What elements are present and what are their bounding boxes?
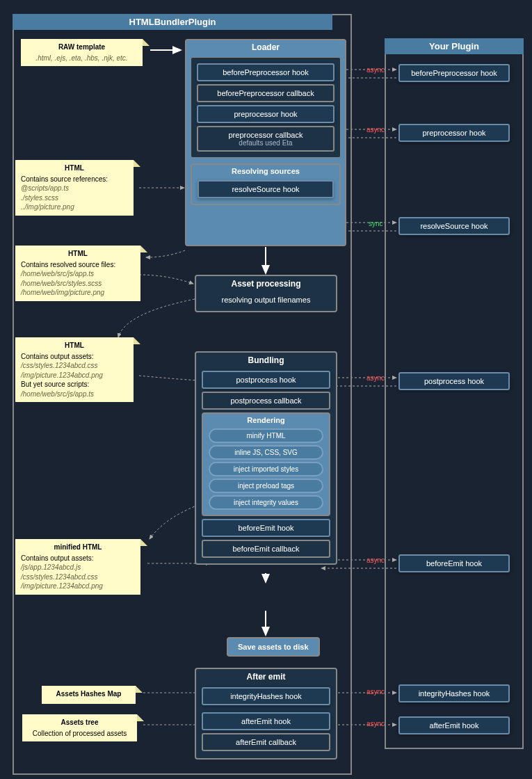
note-assets-tree: Assets tree Collection of processed asse… (22, 714, 137, 741)
before-preprocessor-hook: beforePreprocessor hook (197, 63, 334, 81)
note-line: Contains resolved source files: (21, 260, 135, 270)
note-hashes-map: Assets Hashes Map (42, 686, 136, 704)
beforeemit-callback: beforeEmit callback (202, 540, 330, 558)
resolve-source-hook: resolveSource hook (198, 180, 334, 198)
plugin-postprocess-hook: postprocess hook (398, 372, 510, 390)
plugin-resolve-source-hook: resolveSource hook (398, 217, 510, 235)
note-line: But yet source scripts: (21, 380, 128, 390)
beforeemit-hook: beforeEmit hook (202, 519, 330, 537)
note-raw-template: RAW template .html, .ejs, .eta, .hbs, .n… (21, 39, 143, 66)
loader-panel: Loader beforePreprocessor hook beforePre… (185, 39, 346, 246)
asset-line: resolving output filenames (202, 294, 330, 308)
your-plugin-container: Your Plugin (385, 38, 524, 749)
loader-title: Loader (186, 40, 345, 54)
note-line: /home/web/src/js/app.ts (21, 390, 128, 399)
before-preprocessor-callback: beforePreprocessor callback (197, 84, 334, 102)
plugin-before-preprocessor-hook: beforePreprocessor hook (398, 64, 510, 82)
pill-minify: minify HTML (209, 428, 323, 443)
asset-processing-panel: Asset processing resolving output filena… (195, 275, 337, 312)
async-label: async (366, 66, 385, 74)
plugin-title: Your Plugin (385, 38, 524, 54)
pill-inject-styles: inject imported styles (209, 462, 323, 476)
async-label: async (366, 374, 385, 382)
note-line: Collection of processed assets (28, 729, 131, 739)
note-line: @scripts/app.ts (21, 184, 128, 193)
note-line: /home/web/src/js/app.ts (21, 269, 135, 279)
async-label: async (366, 126, 385, 134)
rendering-panel: Rendering minify HTML inline JS, CSS, SV… (202, 412, 330, 516)
note-line: ../img/picture.png (21, 202, 128, 212)
callback-sublabel: defaults used Eta (198, 139, 333, 147)
resolving-title: Resolving sources (192, 165, 339, 177)
plugin-afteremit-hook: afterEmit hook (398, 716, 510, 734)
note-line: Contains output assets: (21, 554, 135, 563)
postprocess-hook: postprocess hook (202, 371, 330, 389)
note-html-output: HTML Contains output assets: /css/styles… (15, 337, 134, 402)
note-line: /js/app.1234abcd.js (21, 563, 135, 572)
note-html-resolved: HTML Contains resolved source files: /ho… (15, 246, 140, 301)
note-line: /css/styles.1234abcd.css (21, 361, 128, 371)
afteremit-hook: afterEmit hook (202, 712, 330, 730)
rendering-title: Rendering (203, 414, 329, 426)
note-title: Assets tree (28, 718, 131, 728)
bundling-title: Bundling (196, 353, 336, 368)
note-line: /img/picture.1234abcd.png (21, 371, 128, 380)
pill-inject-preload: inject preload tags (209, 479, 323, 493)
postprocess-callback: postprocess callback (202, 392, 330, 410)
callback-label: preprocessor callback (198, 131, 333, 139)
async-label: async (366, 556, 385, 564)
note-html-src-refs: HTML Contains source references: @script… (15, 160, 134, 216)
after-emit-title: After emit (196, 669, 336, 684)
note-line: Contains output assets: (21, 352, 128, 362)
bundling-panel: Bundling postprocess hook postprocess ca… (195, 351, 337, 565)
note-title: minified HTML (21, 543, 135, 552)
async-label: async (366, 720, 385, 728)
note-line: /home/web/src/styles.scss (21, 279, 135, 289)
plugin-preprocessor-hook: preprocessor hook (398, 124, 510, 142)
main-title: HTMLBundlerPlugin (13, 14, 332, 30)
note-title: HTML (21, 249, 135, 259)
save-assets-button: Save assets to disk (227, 637, 320, 657)
sync-label: sync (369, 220, 383, 227)
note-title: RAW template (26, 42, 137, 52)
preprocessor-callback: preprocessor callback defaults used Eta (197, 126, 334, 152)
note-title: Assets Hashes Map (47, 689, 130, 699)
note-title: HTML (21, 163, 128, 173)
async-label: async (366, 688, 385, 696)
plugin-integrity-hook: integrityHashes hook (398, 684, 510, 702)
note-title: HTML (21, 341, 128, 351)
resolving-sources-panel: Resolving sources resolveSource hook (191, 163, 341, 205)
note-line: /img/picture.1234abcd.png (21, 581, 135, 591)
note-minified-html: minified HTML Contains output assets: /j… (15, 539, 140, 595)
asset-title: Asset processing (196, 276, 336, 291)
integrity-hashes-hook: integrityHashes hook (202, 687, 330, 705)
pill-inject-integrity: inject integrity values (209, 495, 323, 510)
note-line: .html, .ejs, .eta, .hbs, .njk, etc. (26, 54, 137, 63)
note-line: /home/web/img/picture.png (21, 288, 135, 298)
pill-inline: inline JS, CSS, SVG (209, 445, 323, 460)
note-line: Contains source references: (21, 175, 128, 184)
note-line: ./styles.scss (21, 193, 128, 203)
note-line: /css/styles.1234abcd.css (21, 572, 135, 582)
preprocessor-hook: preprocessor hook (197, 105, 334, 123)
afteremit-callback: afterEmit callback (202, 733, 330, 751)
after-emit-panel: After emit integrityHashes hook afterEmi… (195, 668, 337, 760)
plugin-beforeemit-hook: beforeEmit hook (398, 554, 510, 572)
